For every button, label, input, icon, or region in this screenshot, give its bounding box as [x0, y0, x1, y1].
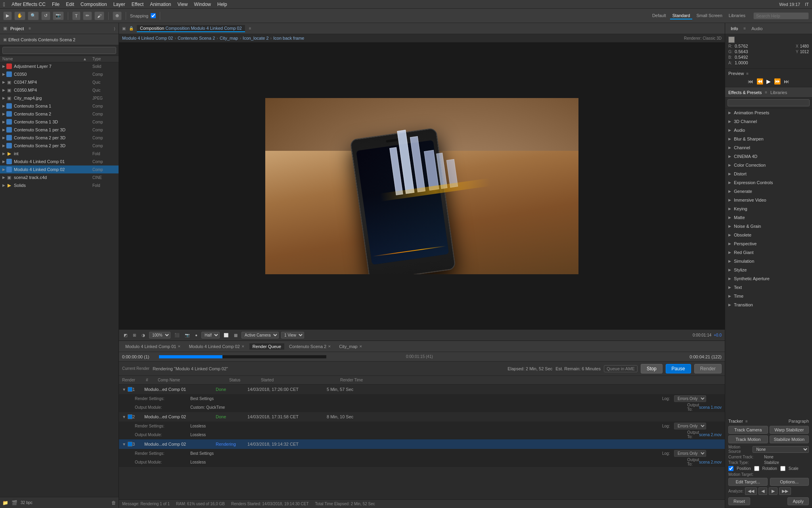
effect-category-1[interactable]: ▶ 3D Channel: [725, 117, 812, 126]
breadcrumb-item-1[interactable]: Contenuto Scena 2: [178, 36, 215, 40]
effect-category-3[interactable]: ▶ Blur & Sharpen: [725, 135, 812, 143]
snap-frame-btn[interactable]: ⬛: [173, 332, 181, 338]
viewer-grid-btn[interactable]: ⊞: [131, 332, 138, 338]
project-item-1[interactable]: ▶ C0350 Comp: [0, 70, 119, 78]
menu-file[interactable]: File: [52, 2, 59, 7]
stop-button[interactable]: Stop: [641, 364, 663, 373]
menu-composition[interactable]: Composition: [80, 2, 107, 7]
tab-close-1[interactable]: ✕: [241, 344, 245, 348]
tab-close-0[interactable]: ✕: [178, 344, 181, 348]
breadcrumb-item-3[interactable]: Icon_locate 2: [243, 36, 268, 40]
solo-view-btn[interactable]: ●: [193, 332, 199, 338]
expand-0[interactable]: ▼: [122, 387, 128, 392]
delete-btn[interactable]: 🗑: [111, 500, 116, 506]
project-item-0[interactable]: ▶ Adjustment Layer 7 Solid: [0, 62, 119, 70]
log-select-1[interactable]: Errors Only: [674, 423, 706, 429]
panel-expand-btn[interactable]: ⟩: [114, 26, 115, 31]
analyze-back-one-btn[interactable]: ◀: [758, 487, 767, 495]
menu-layer[interactable]: Layer: [113, 2, 125, 7]
project-item-8[interactable]: ▶ Contenuto Scena 1 per 3D Comp: [0, 126, 119, 134]
tool-text[interactable]: T: [72, 12, 80, 20]
effect-category-11[interactable]: ▶ Keying: [725, 204, 812, 213]
effect-category-22[interactable]: ▶ Transition: [725, 300, 812, 309]
effect-category-12[interactable]: ▶ Matte: [725, 213, 812, 222]
tool-puppet[interactable]: ⊕: [113, 12, 122, 20]
tool-select[interactable]: ▶: [3, 12, 12, 20]
tool-zoom[interactable]: 🔍: [28, 12, 39, 20]
apple-menu[interactable]: : [3, 1, 5, 8]
render-checkbox-2[interactable]: [128, 442, 132, 446]
effect-category-10[interactable]: ▶ Immersive Video: [725, 196, 812, 204]
scale-checkbox[interactable]: [780, 466, 785, 471]
breadcrumb-item-4[interactable]: Icon back frame: [273, 36, 304, 40]
menu-window[interactable]: Window: [194, 2, 211, 7]
timeline-tab-1[interactable]: Modulo 4 Linked Comp 02 ✕: [186, 343, 247, 350]
breadcrumb-item-0[interactable]: Modulo 4 Linked Comp 02: [122, 36, 173, 40]
menu-effect[interactable]: Effect: [132, 2, 144, 7]
tab-audio[interactable]: Audio: [749, 25, 765, 32]
viewer-render-btn[interactable]: ◩: [122, 332, 129, 338]
project-item-11[interactable]: ▶ ▶ int Fold: [0, 150, 119, 158]
snapshot-btn[interactable]: 📷: [183, 332, 191, 338]
effect-category-21[interactable]: ▶ Time: [725, 292, 812, 300]
camera-select[interactable]: Active Camera: [241, 332, 279, 339]
effects-tab-effects[interactable]: Effects & Presets: [728, 90, 762, 95]
edit-target-btn[interactable]: Edit Target...: [728, 478, 768, 486]
log-select-2[interactable]: Errors Only: [674, 450, 706, 457]
effect-category-16[interactable]: ▶ Red Giant: [725, 248, 812, 257]
project-item-9[interactable]: ▶ Contenuto Scena 2 per 3D Comp: [0, 134, 119, 142]
effect-category-9[interactable]: ▶ Generate: [725, 187, 812, 196]
pause-button[interactable]: Pause: [666, 364, 691, 373]
new-folder-btn[interactable]: 📁: [2, 500, 8, 506]
effect-category-19[interactable]: ▶ Synthetic Aperture: [725, 274, 812, 283]
warp-stabilizer-btn[interactable]: Warp Stabilizer: [770, 426, 809, 434]
effect-category-0[interactable]: ▶ Animation Presets: [725, 108, 812, 117]
comp-menu-icon[interactable]: ≡: [249, 26, 251, 31]
effect-category-6[interactable]: ▶ Color Correction: [725, 161, 812, 169]
effect-category-5[interactable]: ▶ CINEMA 4D: [725, 152, 812, 161]
effect-category-8[interactable]: ▶ Expression Controls: [725, 178, 812, 187]
tracker-apply-btn[interactable]: Apply: [787, 497, 809, 505]
track-motion-btn[interactable]: Track Motion: [728, 435, 768, 443]
comp-tab-active[interactable]: Composition Composition Modulo 4 Linked …: [137, 25, 245, 32]
project-item-10[interactable]: ▶ Contenuto Scena 2 per 3D Comp: [0, 142, 119, 150]
tab-close-4[interactable]: ✕: [359, 344, 362, 348]
breadcrumb-item-2[interactable]: City_map: [220, 36, 238, 40]
position-checkbox[interactable]: [728, 466, 733, 471]
project-item-14[interactable]: ▶ ▣ scena2 track.c4d CINE: [0, 173, 119, 181]
tracker-reset-btn[interactable]: Reset: [728, 497, 750, 505]
effect-category-7[interactable]: ▶ Distort: [725, 169, 812, 178]
snap-checkbox[interactable]: [151, 13, 156, 18]
quality-select[interactable]: Half: [201, 332, 220, 339]
project-item-4[interactable]: ▶ ▣ City_map4.jpg JPEG: [0, 94, 119, 102]
workspace-standard[interactable]: Standard: [670, 12, 693, 19]
tool-pen[interactable]: ✏: [83, 12, 92, 20]
queue-ame-label[interactable]: Queue in AME: [604, 365, 638, 372]
prev-forward-btn[interactable]: ⏩: [774, 78, 781, 85]
project-panel-title[interactable]: Project: [10, 26, 24, 31]
search-help-input[interactable]: [753, 12, 809, 19]
effect-controls-title[interactable]: Effect Controls Contenuto Scena 2: [8, 37, 75, 42]
zoom-select[interactable]: 100%: [149, 332, 170, 339]
prev-first-btn[interactable]: ⏮: [748, 78, 753, 85]
project-item-12[interactable]: ▶ Modulo 4 Linked Comp 01 Comp: [0, 158, 119, 165]
workspace-default[interactable]: Default: [650, 12, 668, 19]
tracker-menu[interactable]: ≡: [745, 419, 748, 423]
render-button[interactable]: Render: [694, 364, 722, 373]
prev-play-btn[interactable]: ▶: [766, 78, 771, 85]
project-panel-menu[interactable]: ≡: [29, 26, 31, 31]
effect-category-2[interactable]: ▶ Audio: [725, 126, 812, 135]
tab-info[interactable]: Info: [728, 25, 740, 32]
project-item-13[interactable]: ▶ Modulo 4 Linked Comp 02 Comp: [0, 165, 119, 173]
menu-animation[interactable]: Animation: [150, 2, 171, 7]
menu-edit[interactable]: Edit: [66, 2, 74, 7]
prev-back-btn[interactable]: ⏪: [756, 78, 763, 85]
effects-search-input[interactable]: [728, 99, 810, 106]
project-item-7[interactable]: ▶ Contenuto Scena 1 3D Comp: [0, 118, 119, 126]
workspace-small[interactable]: Small Screen: [694, 12, 724, 19]
project-item-15[interactable]: ▶ ▶ Solids Fold: [0, 181, 119, 189]
render-checkbox-1[interactable]: [128, 414, 132, 419]
stabilize-motion-btn[interactable]: Stabilize Motion: [770, 435, 809, 443]
effect-category-15[interactable]: ▶ Perspective: [725, 239, 812, 248]
expand-1[interactable]: ▼: [122, 415, 128, 419]
